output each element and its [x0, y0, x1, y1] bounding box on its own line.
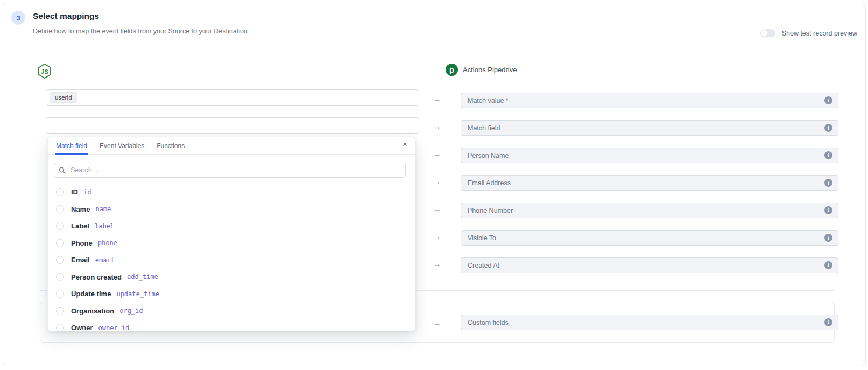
field-options-list: ID id Name name Label label Phone phone	[48, 184, 415, 331]
option-code: label	[95, 222, 114, 230]
option-label: Email	[71, 256, 90, 264]
list-item[interactable]: Organisation org_id	[48, 303, 415, 320]
page-title: Select mappings	[33, 11, 99, 21]
arrow-right-icon: →	[432, 318, 442, 327]
destination-name: Actions Pipedrive	[463, 66, 517, 74]
info-icon[interactable]: i	[824, 234, 832, 242]
pipedrive-icon: p	[446, 64, 458, 76]
list-item[interactable]: ID id	[48, 184, 415, 201]
field-label: Visible To	[468, 234, 824, 242]
close-icon[interactable]: ✕	[403, 141, 407, 148]
field-label: Match value *	[468, 97, 824, 104]
dropdown-tabs: Match field Event Variables Functions	[48, 137, 415, 155]
list-item[interactable]: Phone phone	[48, 235, 415, 252]
nodejs-icon: JS	[37, 63, 52, 81]
info-icon[interactable]: i	[824, 206, 832, 214]
info-icon[interactable]: i	[824, 124, 832, 132]
option-code: org_id	[119, 307, 143, 315]
tab-event-variables[interactable]: Event Variables	[100, 137, 144, 154]
arrow-right-icon: →	[432, 177, 442, 186]
radio-icon[interactable]	[56, 239, 64, 247]
mapping-row[interactable]: Created At i	[461, 257, 838, 273]
option-label: Update time	[71, 290, 111, 298]
list-item[interactable]: Name name	[48, 201, 415, 218]
option-code: name	[95, 205, 111, 213]
info-icon[interactable]: i	[824, 96, 832, 104]
toggle-knob	[761, 30, 768, 37]
field-label: Match field	[468, 124, 824, 132]
test-record-toggle-group: Show test record preview	[760, 29, 857, 37]
arrow-right-icon: →	[432, 259, 442, 268]
source-value-input-empty[interactable]	[46, 117, 419, 134]
option-label: Person created	[71, 273, 122, 281]
option-code: email	[95, 256, 115, 264]
field-label: Created At	[468, 262, 824, 269]
tab-functions[interactable]: Functions	[157, 137, 185, 154]
arrow-right-icon: →	[432, 204, 442, 213]
option-code: owner_id	[98, 324, 129, 331]
list-item[interactable]: Owner owner_id	[48, 319, 415, 331]
option-code: update_time	[116, 290, 159, 298]
svg-text:JS: JS	[41, 68, 48, 75]
destination-header: p Actions Pipedrive	[446, 64, 517, 76]
select-mappings-page: 3 Select mappings Define how to map the …	[0, 0, 868, 370]
list-item[interactable]: Label label	[48, 218, 415, 235]
arrow-right-icon: →	[432, 94, 442, 103]
search-box	[54, 163, 406, 178]
field-label: Custom fields	[468, 319, 824, 326]
radio-icon[interactable]	[56, 222, 64, 230]
mapping-row[interactable]: Match field i	[461, 120, 838, 136]
option-code: phone	[98, 239, 117, 247]
radio-icon[interactable]	[56, 273, 64, 281]
step-card: 3 Select mappings Define how to map the …	[3, 3, 866, 366]
radio-icon[interactable]	[56, 290, 64, 298]
toggle-label: Show test record preview	[782, 30, 857, 37]
list-item[interactable]: Email email	[48, 252, 415, 269]
radio-icon[interactable]	[56, 256, 64, 264]
custom-fields-row[interactable]: Custom fields i	[461, 315, 838, 330]
mapping-row[interactable]: Email Address i	[461, 175, 838, 191]
show-test-record-toggle[interactable]	[760, 29, 775, 37]
radio-icon[interactable]	[56, 188, 64, 196]
source-value-input[interactable]: userId	[46, 89, 419, 106]
option-label: Organisation	[71, 307, 114, 315]
search-icon	[59, 167, 66, 174]
step-number-badge: 3	[11, 11, 25, 25]
option-code: id	[83, 189, 91, 196]
arrow-right-icon: →	[432, 122, 442, 131]
arrow-right-icon: →	[432, 232, 442, 241]
page-subtitle: Define how to map the event fields from …	[33, 27, 248, 35]
field-label: Phone Number	[468, 207, 824, 214]
mapping-row[interactable]: Visible To i	[461, 230, 838, 246]
radio-icon[interactable]	[56, 205, 64, 213]
option-label: ID	[71, 188, 78, 196]
info-icon[interactable]: i	[824, 151, 832, 159]
info-icon[interactable]: i	[824, 261, 832, 269]
tab-match-field[interactable]: Match field	[56, 137, 87, 154]
option-label: Owner	[71, 324, 93, 331]
radio-icon[interactable]	[56, 324, 64, 331]
option-label: Name	[71, 205, 90, 213]
field-label: Person Name	[468, 152, 824, 159]
mapping-row[interactable]: Phone Number i	[461, 203, 838, 218]
arrow-right-icon: →	[432, 149, 442, 158]
field-picker-dropdown: Match field Event Variables Functions ✕ …	[47, 137, 415, 331]
option-label: Phone	[71, 239, 93, 247]
mapping-row[interactable]: Person Name i	[461, 148, 838, 163]
radio-icon[interactable]	[56, 307, 64, 315]
search-input[interactable]	[69, 166, 401, 174]
option-label: Label	[71, 222, 89, 230]
list-item[interactable]: Update time update_time	[48, 285, 415, 303]
option-code: add_time	[127, 273, 158, 281]
mapping-row[interactable]: Match value * i	[461, 93, 838, 108]
step-header: 3 Select mappings Define how to map the …	[3, 3, 865, 47]
list-item[interactable]: Person created add_time	[48, 269, 415, 286]
field-label: Email Address	[468, 179, 824, 187]
source-value-chip[interactable]: userId	[50, 92, 77, 103]
info-icon[interactable]: i	[824, 318, 832, 326]
info-icon[interactable]: i	[824, 179, 832, 187]
